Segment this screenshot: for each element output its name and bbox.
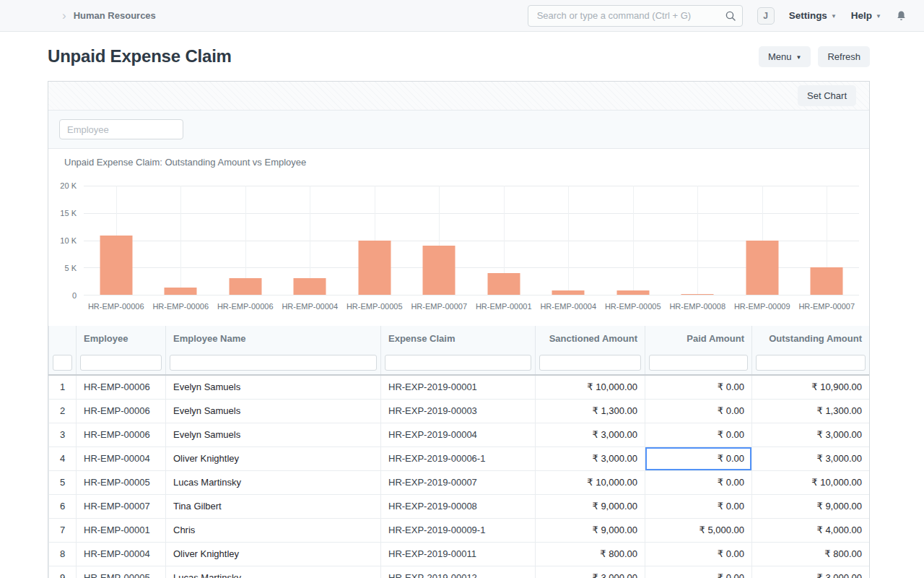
outstanding-amount-cell[interactable]: ₹ 3,000.00 xyxy=(752,566,870,578)
outstanding-amount-cell[interactable]: ₹ 1,300.00 xyxy=(752,399,870,423)
employee-name-cell[interactable]: Tina Gilbert xyxy=(166,494,381,518)
bar[interactable] xyxy=(100,236,132,295)
employee-name-cell[interactable]: Evelyn Samuels xyxy=(166,375,381,399)
employee-name-cell[interactable]: Evelyn Samuels xyxy=(166,423,381,447)
menu-button[interactable]: Menu ▼ xyxy=(759,46,811,67)
paid-amount-cell[interactable]: ₹ 0.00 xyxy=(645,542,752,566)
column-header[interactable] xyxy=(49,326,77,351)
employee-cell[interactable]: HR-EMP-00006 xyxy=(77,375,166,399)
employee-name-cell[interactable]: Evelyn Samuels xyxy=(166,399,381,423)
bar[interactable] xyxy=(746,241,778,296)
bar[interactable] xyxy=(358,241,391,296)
paid-amount-cell[interactable]: ₹ 0.00 xyxy=(645,566,752,578)
table-row[interactable]: 1 HR-EMP-00006 Evelyn Samuels HR-EXP-201… xyxy=(49,375,870,399)
breadcrumb-human-resources[interactable]: Human Resources xyxy=(74,10,156,21)
filter-input-index[interactable] xyxy=(53,355,72,371)
employee-cell[interactable]: HR-EMP-00006 xyxy=(77,399,166,423)
table-row[interactable]: 3 HR-EMP-00006 Evelyn Samuels HR-EXP-201… xyxy=(49,423,870,447)
filter-input-employee[interactable] xyxy=(80,355,162,371)
paid-amount-cell[interactable]: ₹ 0.00 xyxy=(645,399,752,423)
sanctioned-amount-cell[interactable]: ₹ 3,000.00 xyxy=(536,447,645,470)
employee-cell[interactable]: HR-EMP-00004 xyxy=(77,542,166,566)
filter-input-outstanding-amount[interactable] xyxy=(756,355,866,371)
employee-name-cell[interactable]: Oliver Knightley xyxy=(166,542,381,566)
sanctioned-amount-cell[interactable]: ₹ 10,000.00 xyxy=(536,375,645,399)
set-chart-button[interactable]: Set Chart xyxy=(798,85,856,106)
paid-amount-cell[interactable]: ₹ 0.00 xyxy=(645,375,752,399)
row-index-cell: 5 xyxy=(49,470,77,494)
sanctioned-amount-cell[interactable]: ₹ 9,000.00 xyxy=(536,494,645,518)
expense-claim-cell[interactable]: HR-EXP-2019-00008 xyxy=(381,494,536,518)
employee-cell[interactable]: HR-EMP-00007 xyxy=(77,494,166,518)
bar[interactable] xyxy=(423,246,456,295)
refresh-button[interactable]: Refresh xyxy=(818,46,870,67)
employee-cell[interactable]: HR-EMP-00001 xyxy=(77,518,166,542)
bar[interactable] xyxy=(294,278,326,295)
column-header[interactable]: Sanctioned Amount xyxy=(536,326,645,351)
paid-amount-cell[interactable]: ₹ 0.00 xyxy=(645,470,752,494)
bar[interactable] xyxy=(552,290,585,295)
bar[interactable] xyxy=(487,273,520,295)
employee-filter-input[interactable] xyxy=(59,119,183,139)
filter-input-paid-amount[interactable] xyxy=(649,355,748,371)
table-row[interactable]: 6 HR-EMP-00007 Tina Gilbert HR-EXP-2019-… xyxy=(49,494,870,518)
expense-claim-cell[interactable]: HR-EXP-2019-00009-1 xyxy=(381,518,536,542)
help-menu[interactable]: Help ▼ xyxy=(851,10,881,21)
bar[interactable] xyxy=(681,294,714,295)
column-header[interactable]: Outstanding Amount xyxy=(752,326,870,351)
settings-menu[interactable]: Settings ▼ xyxy=(789,10,837,21)
employee-name-cell[interactable]: Lucas Martinsky xyxy=(166,470,381,494)
sanctioned-amount-cell[interactable]: ₹ 10,000.00 xyxy=(536,470,645,494)
filter-input-expense-claim[interactable] xyxy=(385,355,531,371)
sanctioned-amount-cell[interactable]: ₹ 3,000.00 xyxy=(536,423,645,447)
bar[interactable] xyxy=(616,290,649,295)
bell-icon[interactable] xyxy=(896,10,907,22)
outstanding-amount-cell[interactable]: ₹ 3,000.00 xyxy=(752,423,870,447)
expense-claim-cell[interactable]: HR-EXP-2019-00011 xyxy=(381,542,536,566)
sanctioned-amount-cell[interactable]: ₹ 9,000.00 xyxy=(536,518,645,542)
bar[interactable] xyxy=(229,278,261,295)
sanctioned-amount-cell[interactable]: ₹ 1,300.00 xyxy=(536,399,645,423)
filter-input-sanctioned-amount[interactable] xyxy=(539,355,641,371)
employee-cell[interactable]: HR-EMP-00004 xyxy=(77,447,166,470)
table-row[interactable]: 4 HR-EMP-00004 Oliver Knightley HR-EXP-2… xyxy=(49,447,870,470)
outstanding-amount-cell[interactable]: ₹ 800.00 xyxy=(752,542,870,566)
paid-amount-cell[interactable]: ₹ 0.00 xyxy=(645,494,752,518)
column-header[interactable]: Paid Amount xyxy=(645,326,752,351)
table-row[interactable]: 2 HR-EMP-00006 Evelyn Samuels HR-EXP-201… xyxy=(49,399,870,423)
expense-claim-cell[interactable]: HR-EXP-2019-00012 xyxy=(381,566,536,578)
paid-amount-cell[interactable]: ₹ 0.00 xyxy=(645,423,752,447)
bar[interactable] xyxy=(165,288,197,295)
expense-claim-cell[interactable]: HR-EXP-2019-00006-1 xyxy=(381,447,536,470)
expense-claim-cell[interactable]: HR-EXP-2019-00007 xyxy=(381,470,536,494)
table-row[interactable]: 8 HR-EMP-00004 Oliver Knightley HR-EXP-2… xyxy=(49,542,870,566)
table-row[interactable]: 5 HR-EMP-00005 Lucas Martinsky HR-EXP-20… xyxy=(49,470,870,494)
outstanding-amount-cell[interactable]: ₹ 10,900.00 xyxy=(752,375,870,399)
expense-claim-cell[interactable]: HR-EXP-2019-00004 xyxy=(381,423,536,447)
outstanding-amount-cell[interactable]: ₹ 9,000.00 xyxy=(752,494,870,518)
column-header[interactable]: Employee Name xyxy=(166,326,381,351)
employee-cell[interactable]: HR-EMP-00005 xyxy=(77,470,166,494)
sanctioned-amount-cell[interactable]: ₹ 3,000.00 xyxy=(536,566,645,578)
employee-name-cell[interactable]: Oliver Knightley xyxy=(166,447,381,470)
paid-amount-cell[interactable]: ₹ 0.00 xyxy=(645,447,752,470)
search-input[interactable] xyxy=(528,5,743,27)
avatar[interactable]: J xyxy=(757,7,775,25)
expense-claim-cell[interactable]: HR-EXP-2019-00001 xyxy=(381,375,536,399)
employee-name-cell[interactable]: Chris xyxy=(166,518,381,542)
table-row[interactable]: 7 HR-EMP-00001 Chris HR-EXP-2019-00009-1… xyxy=(49,518,870,542)
employee-cell[interactable]: HR-EMP-00005 xyxy=(77,566,166,578)
column-header[interactable]: Expense Claim xyxy=(381,326,536,351)
outstanding-amount-cell[interactable]: ₹ 10,000.00 xyxy=(752,470,870,494)
column-header[interactable]: Employee xyxy=(77,326,166,351)
table-row[interactable]: 9 HR-EMP-00005 Lucas Martinsky HR-EXP-20… xyxy=(49,566,870,578)
expense-claim-cell[interactable]: HR-EXP-2019-00003 xyxy=(381,399,536,423)
filter-input-employee-name[interactable] xyxy=(170,355,377,371)
bar[interactable] xyxy=(811,267,843,295)
outstanding-amount-cell[interactable]: ₹ 4,000.00 xyxy=(752,518,870,542)
sanctioned-amount-cell[interactable]: ₹ 800.00 xyxy=(536,542,645,566)
employee-name-cell[interactable]: Lucas Martinsky xyxy=(166,566,381,578)
outstanding-amount-cell[interactable]: ₹ 3,000.00 xyxy=(752,447,870,470)
employee-cell[interactable]: HR-EMP-00006 xyxy=(77,423,166,447)
paid-amount-cell[interactable]: ₹ 5,000.00 xyxy=(645,518,752,542)
